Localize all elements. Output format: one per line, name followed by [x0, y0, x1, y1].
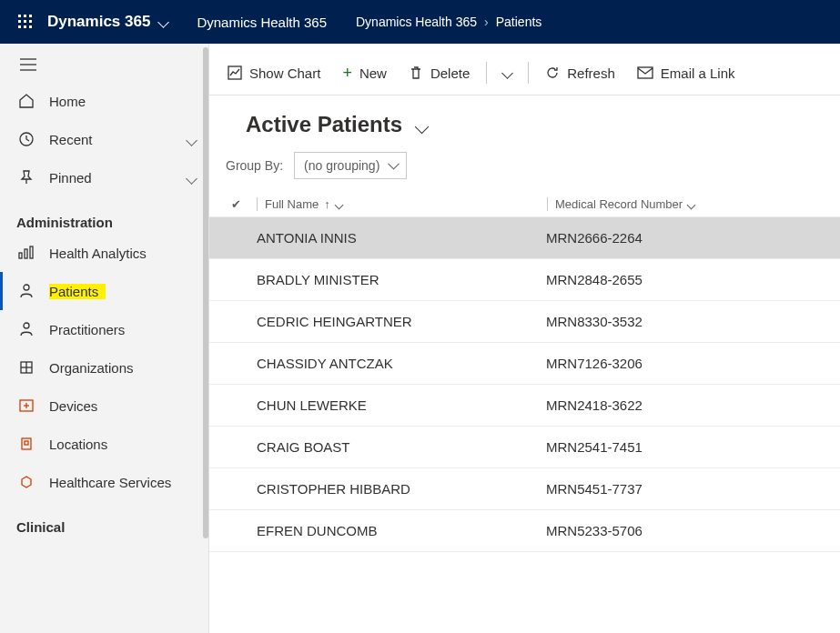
sidebar-item-label: Pinned — [49, 170, 187, 186]
column-header-mrn[interactable]: Medical Record Number — [547, 197, 694, 211]
svg-rect-0 — [18, 15, 21, 17]
grid-body: ANTONIA INNISMRN2666-2264BRADLY MINISTER… — [209, 217, 840, 552]
sidebar-item-practitioners[interactable]: Practitioners — [0, 310, 208, 348]
sidebar-item-recent[interactable]: Recent — [0, 120, 208, 158]
show-chart-button[interactable]: Show Chart — [218, 60, 329, 86]
refresh-button[interactable]: Refresh — [536, 60, 624, 86]
cell-mrn: MRN2666-2264 — [546, 230, 643, 246]
divider — [486, 62, 487, 84]
table-row[interactable]: CRAIG BOASTMRN2541-7451 — [209, 427, 840, 468]
select-all-checkbox[interactable]: ✔ — [231, 197, 257, 211]
chevron-down-icon — [336, 197, 342, 211]
svg-rect-25 — [25, 441, 28, 445]
table-row[interactable]: CRISTOPHER HIBBARDMRN5451-7737 — [209, 468, 840, 510]
sidebar-item-label: Home — [49, 94, 196, 109]
table-row[interactable]: CEDRIC HEINGARTNERMRN8330-3532 — [209, 301, 840, 343]
cell-full-name: BRADLY MINISTER — [257, 272, 546, 287]
divider — [528, 62, 529, 84]
plus-icon: + — [342, 64, 352, 83]
table-row[interactable]: CHASSIDY ANTCZAKMRN7126-3206 — [209, 343, 840, 385]
sidebar-item-label: Organizations — [49, 360, 196, 376]
app-launcher-icon[interactable] — [7, 4, 44, 40]
svg-rect-14 — [25, 249, 27, 258]
svg-rect-5 — [29, 20, 32, 23]
command-label: Delete — [430, 65, 470, 81]
breadcrumb-separator-icon: › — [484, 15, 489, 29]
home-icon — [16, 91, 36, 111]
cell-mrn: MRN8330-3532 — [546, 314, 643, 329]
delete-dropdown[interactable] — [494, 64, 521, 83]
view-selector[interactable]: Active Patients — [246, 112, 840, 137]
breadcrumb-root[interactable]: Dynamics Health 365 — [356, 15, 477, 29]
person-icon — [16, 319, 36, 339]
sidebar-item-healthcare-services[interactable]: Healthcare Services — [0, 463, 208, 501]
table-row[interactable]: BRADLY MINISTERMRN2848-2655 — [209, 259, 840, 301]
table-row[interactable]: ANTONIA INNISMRN2666-2264 — [209, 217, 840, 259]
app-name[interactable]: Dynamics Health 365 — [197, 15, 327, 30]
global-header: Dynamics 365 Dynamics Health 365 Dynamic… — [0, 0, 840, 44]
cell-full-name: CEDRIC HEINGARTNER — [257, 314, 546, 329]
sidebar-item-patients[interactable]: Patients — [0, 272, 208, 310]
device-icon — [16, 396, 36, 416]
svg-rect-27 — [638, 67, 653, 78]
cell-mrn: MRN5233-5706 — [546, 523, 643, 538]
brand-chevron-icon[interactable] — [159, 15, 167, 29]
cell-mrn: MRN5451-7737 — [546, 481, 643, 497]
cell-mrn: MRN2418-3622 — [546, 397, 643, 413]
sidebar-item-devices[interactable]: Devices — [0, 387, 208, 425]
brand-name[interactable]: Dynamics 365 — [47, 13, 150, 31]
table-row[interactable]: CHUN LEWERKEMRN2418-3622 — [209, 385, 840, 427]
new-button[interactable]: + New — [333, 58, 396, 88]
chevron-down-icon — [417, 112, 427, 137]
sidebar-item-label: Practitioners — [49, 322, 196, 337]
sidebar-item-pinned[interactable]: Pinned — [0, 158, 208, 196]
main-content: Show Chart + New Delete Refresh Email a … — [209, 44, 840, 633]
delete-button[interactable]: Delete — [400, 60, 479, 86]
breadcrumb-current: Patients — [496, 15, 542, 29]
services-icon — [16, 472, 36, 492]
column-header-full-name[interactable]: Full Name ↑ — [257, 197, 547, 211]
groupby-select[interactable]: (no grouping) — [294, 152, 407, 179]
chevron-down-icon — [688, 197, 694, 211]
grid-header: ✔ Full Name ↑ Medical Record Number — [209, 192, 840, 217]
command-label: Show Chart — [249, 65, 320, 81]
sidebar-item-label: Locations — [49, 437, 196, 452]
trash-icon — [409, 65, 423, 80]
chart-icon — [228, 65, 242, 80]
sidebar-item-label: Devices — [49, 398, 196, 414]
cell-full-name: CRAIG BOAST — [257, 439, 546, 455]
table-row[interactable]: EFREN DUNCOMBMRN5233-5706 — [209, 510, 840, 552]
svg-rect-24 — [22, 438, 31, 449]
cell-full-name: EFREN DUNCOMB — [257, 523, 546, 538]
svg-rect-3 — [18, 20, 21, 23]
cell-full-name: CHASSIDY ANTCZAK — [257, 356, 546, 371]
view-title-text: Active Patients — [246, 112, 402, 137]
clock-icon — [16, 129, 36, 149]
cell-mrn: MRN2848-2655 — [546, 272, 643, 287]
svg-rect-1 — [24, 15, 26, 17]
svg-rect-15 — [30, 246, 33, 258]
svg-rect-8 — [29, 25, 32, 28]
command-label: Email a Link — [661, 65, 735, 81]
cell-full-name: CRISTOPHER HIBBARD — [257, 481, 546, 497]
svg-rect-13 — [19, 253, 22, 258]
analytics-icon — [16, 243, 36, 263]
cell-full-name: ANTONIA INNIS — [257, 230, 546, 246]
command-bar: Show Chart + New Delete Refresh Email a … — [209, 51, 840, 95]
chevron-down-icon — [187, 132, 196, 147]
sidebar-toggle[interactable] — [0, 51, 208, 82]
person-icon — [16, 281, 36, 301]
sidebar-item-health-analytics[interactable]: Health Analytics — [0, 234, 208, 272]
sidebar-item-label: Health Analytics — [49, 246, 196, 261]
svg-rect-2 — [29, 15, 32, 17]
location-icon — [16, 434, 36, 454]
sidebar-item-organizations[interactable]: Organizations — [0, 348, 208, 387]
chevron-down-icon — [187, 170, 196, 186]
svg-point-17 — [24, 323, 29, 328]
sidebar-item-home[interactable]: Home — [0, 82, 208, 120]
command-label: New — [359, 65, 387, 81]
sidebar-item-locations[interactable]: Locations — [0, 425, 208, 463]
sidebar-item-label: Patients — [49, 284, 98, 299]
svg-rect-4 — [24, 20, 26, 23]
email-link-button[interactable]: Email a Link — [628, 60, 744, 86]
